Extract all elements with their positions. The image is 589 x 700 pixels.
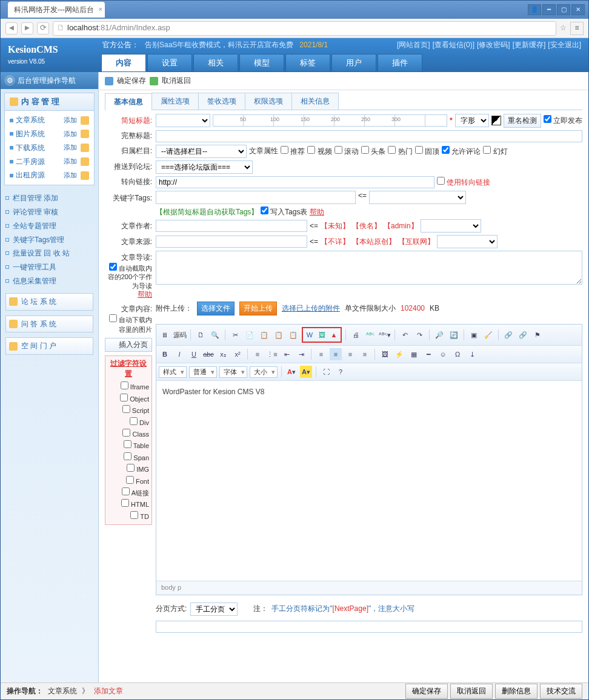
outdent-icon[interactable]: ⇤ (281, 348, 293, 360)
filter-item[interactable]: Script (108, 404, 149, 416)
bulletlist-icon[interactable]: ⋮≡ (266, 348, 278, 360)
filter-item[interactable]: Table (108, 440, 149, 451)
redo-icon[interactable]: ↷ (413, 329, 425, 341)
user-icon[interactable]: 👤 (528, 4, 541, 15)
start-upload-button[interactable]: 开始上传 (239, 302, 277, 315)
spellcheck-toggle-icon[interactable]: ᴬᴮᶜ▾ (379, 329, 391, 341)
browser-tab[interactable]: 科汛网络开发---网站后台 × (8, 2, 105, 18)
subtab-attr[interactable]: 属性选项 (151, 93, 199, 110)
tab-user[interactable]: 用户 (331, 54, 376, 72)
specialchar-icon[interactable]: Ω (451, 348, 464, 360)
attr-comment[interactable]: 允许评论 (442, 146, 481, 157)
flash-icon[interactable]: ⚡ (393, 348, 405, 360)
sidebar-link[interactable]: 评论管理 审核 (5, 205, 93, 219)
paste-icon[interactable]: 📋 (258, 329, 270, 341)
minimize-icon[interactable]: ━ (542, 4, 556, 15)
attr-headline[interactable]: 头条 (361, 146, 385, 157)
tags-write-checkbox[interactable]: 写入Tags表 (261, 208, 308, 216)
author-admin[interactable]: admin (391, 222, 411, 230)
selectall-icon[interactable]: ▣ (468, 329, 480, 341)
author-unknown[interactable]: 未知 (328, 222, 342, 230)
reload-icon[interactable]: ⟳ (37, 22, 49, 35)
emoji-icon[interactable]: ☺ (437, 348, 449, 360)
author-select[interactable] (421, 219, 481, 233)
attr-recommend[interactable]: 推荐 (281, 146, 305, 157)
filter-item[interactable]: Span (108, 452, 149, 463)
bottom-support-button[interactable]: 技术交流 (540, 684, 582, 699)
author-input[interactable] (156, 220, 307, 232)
align-left-icon[interactable]: ≡ (315, 348, 327, 360)
textcolor-icon[interactable]: A▾ (285, 366, 298, 378)
sidebar-item[interactable]: 出租房源添加 (8, 168, 90, 182)
forward-icon[interactable]: ► (21, 22, 33, 35)
sidebar-space-button[interactable]: 空 间 门 户 (5, 337, 93, 355)
tab-related[interactable]: 相关 (193, 54, 238, 72)
edit-icon[interactable] (81, 116, 89, 125)
attr-slide[interactable]: 幻灯 (483, 146, 507, 157)
back-icon[interactable]: ◄ (5, 22, 18, 35)
source-internet[interactable]: 互联网 (405, 237, 427, 246)
help-icon[interactable]: ? (334, 366, 347, 378)
filter-item[interactable]: A链接 (108, 487, 149, 498)
cancel-button[interactable]: 取消返回 (162, 76, 191, 86)
align-justify-icon[interactable]: ≡ (359, 348, 371, 360)
filter-item[interactable]: Object (108, 393, 149, 404)
save-button[interactable]: 确定保存 (117, 76, 146, 86)
tags-help-link[interactable]: 帮助 (310, 208, 324, 216)
sidebar-item[interactable]: 二手房源添加 (8, 155, 90, 169)
source-original[interactable]: 本站原创 (359, 237, 388, 246)
forum-select[interactable]: ===选择论坛版面=== (156, 160, 253, 174)
filter-item[interactable]: Iframe (108, 381, 149, 392)
pagebreak-icon[interactable]: ⤓ (466, 348, 478, 360)
format-select[interactable]: 普通 (189, 366, 217, 378)
source-input[interactable] (156, 236, 307, 248)
maximize-icon[interactable]: ▢ (557, 4, 570, 15)
filter-item[interactable]: Font (108, 475, 149, 487)
rename-check-button[interactable]: 重名检测 (504, 114, 541, 128)
intro-auto-checkbox[interactable]: 自动截取内容的200个字作为导读 (105, 263, 152, 290)
subtab-related[interactable]: 相关信息 (291, 93, 339, 110)
attr-hot[interactable]: 热门 (388, 146, 412, 157)
strike-icon[interactable]: abc (202, 348, 215, 360)
sidebar-item[interactable]: 下载系统添加 (8, 141, 90, 155)
subtab-basic[interactable]: 基本信息 (105, 93, 152, 110)
source-select[interactable] (437, 235, 497, 248)
author-anon[interactable]: 佚名 (359, 222, 374, 230)
select-file-button[interactable]: 选择文件 (197, 302, 235, 315)
maximize-editor-icon[interactable]: ⛶ (320, 366, 332, 378)
attr-scroll[interactable]: 滚动 (334, 146, 359, 157)
link-icon[interactable]: 🔗 (502, 329, 514, 341)
bottom-delete-button[interactable]: 删除信息 (495, 684, 537, 699)
sidebar-link[interactable]: 一键管理工具 (5, 260, 93, 274)
hr-icon[interactable]: ━ (422, 348, 434, 360)
superscript-icon[interactable]: x² (231, 348, 244, 360)
image-word-icon[interactable]: 🖼 (316, 329, 328, 341)
align-right-icon[interactable]: ≡ (344, 348, 356, 360)
close-tab-icon[interactable]: × (99, 5, 102, 14)
subscript-icon[interactable]: x₂ (217, 348, 229, 360)
sidebar-link[interactable]: 栏目管理 添加 (5, 191, 93, 205)
align-center-icon[interactable]: ≡ (330, 348, 342, 360)
removeformat-icon[interactable]: 🧹 (482, 329, 494, 341)
cut-icon[interactable]: ✂ (229, 329, 241, 341)
topnav-password[interactable]: [修改密码] (477, 40, 510, 50)
attr-video[interactable]: 视频 (307, 146, 331, 157)
intro-textarea[interactable] (156, 251, 582, 285)
add-link[interactable]: 添加 (64, 143, 77, 152)
preview-icon[interactable]: 🔍 (209, 329, 221, 341)
edit-icon[interactable] (81, 130, 89, 138)
font-shape-select[interactable]: 字形 (455, 114, 489, 127)
replace-icon[interactable]: 🔄 (448, 329, 460, 341)
filter-item[interactable]: Div (108, 417, 149, 428)
source-icon[interactable]: 🗏 (159, 329, 171, 341)
use-redirect-checkbox[interactable]: 使用转向链接 (437, 177, 490, 188)
tags-select[interactable] (369, 191, 466, 204)
filter-item[interactable]: IMG (108, 463, 149, 475)
insert-page-button[interactable]: 插入分页 (105, 338, 152, 352)
size-select[interactable]: 大小 (250, 366, 278, 378)
find-icon[interactable]: 🔎 (433, 329, 445, 341)
tab-tags[interactable]: 标签 (285, 54, 330, 72)
tab-model[interactable]: 模型 (239, 54, 284, 72)
edit-icon[interactable] (81, 157, 89, 166)
filter-item[interactable]: Class (108, 428, 149, 440)
